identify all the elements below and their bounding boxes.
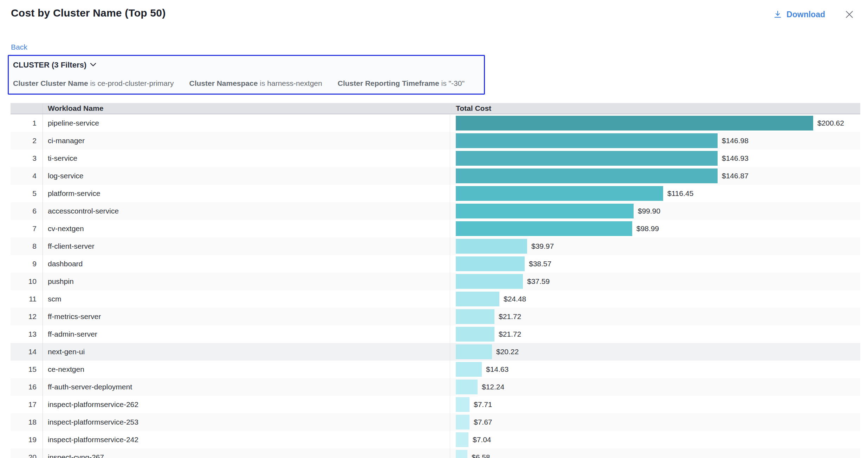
table-row[interactable]: 7cv-nextgen$98.99	[11, 220, 860, 237]
row-rank: 1	[11, 114, 43, 132]
cost-bar[interactable]	[456, 327, 494, 342]
row-rank: 16	[11, 378, 43, 396]
cost-bar[interactable]	[456, 256, 525, 271]
cost-bar[interactable]	[456, 380, 478, 394]
table-header: Workload Name Total Cost	[11, 103, 860, 114]
table-row[interactable]: 17inspect-platformservice-262$7.71	[11, 396, 860, 413]
modal-header: Cost by Cluster Name (Top 50) Download	[0, 0, 868, 20]
row-workload-name: inspect-platformservice-253	[43, 413, 450, 431]
row-cost-cell: $98.99	[450, 220, 860, 237]
table-row[interactable]: 13ff-admin-server$21.72	[11, 325, 860, 343]
filter-group-toggle[interactable]: CLUSTER (3 Filters)	[13, 61, 479, 70]
back-link[interactable]: Back	[11, 43, 27, 51]
row-workload-name: ff-metrics-server	[43, 308, 450, 325]
workload-name-column-header: Workload Name	[43, 103, 450, 114]
rank-column-header	[11, 103, 43, 114]
row-rank: 7	[11, 220, 43, 237]
filter-panel: CLUSTER (3 Filters) Cluster Cluster Name…	[8, 55, 485, 95]
table-row[interactable]: 2ci-manager$146.98	[11, 132, 860, 150]
row-cost-value: $21.72	[499, 312, 521, 321]
row-workload-name: inspect-cvng-267	[43, 449, 450, 458]
row-cost-value: $200.62	[817, 119, 844, 127]
row-cost-cell: $21.72	[450, 325, 860, 343]
cost-bar[interactable]	[456, 362, 482, 377]
row-workload-name: ti-service	[43, 150, 450, 167]
cost-bar[interactable]	[456, 133, 718, 148]
row-cost-value: $38.57	[529, 260, 551, 268]
close-icon[interactable]	[843, 8, 855, 20]
cost-bar[interactable]	[456, 292, 499, 306]
table-row[interactable]: 14next-gen-ui$20.22	[11, 343, 860, 361]
table-row[interactable]: 5platform-service$116.45	[11, 185, 860, 202]
cost-bar[interactable]	[456, 186, 663, 201]
row-cost-value: $98.99	[636, 224, 659, 233]
table-row[interactable]: 11scm$24.48	[11, 290, 860, 308]
cost-bar[interactable]	[456, 221, 632, 236]
row-rank: 6	[11, 202, 43, 220]
row-cost-value: $6.58	[472, 453, 490, 458]
table-row[interactable]: 19inspect-platformservice-242$7.04	[11, 431, 860, 449]
row-cost-cell: $7.67	[450, 413, 860, 431]
download-label: Download	[786, 10, 825, 19]
row-cost-cell: $38.57	[450, 255, 860, 273]
table-row[interactable]: 16ff-auth-server-deployment$12.24	[11, 378, 860, 396]
cost-bar[interactable]	[456, 344, 492, 359]
header-actions: Download	[773, 7, 855, 20]
table-body: 1pipeline-service$200.622ci-manager$146.…	[11, 114, 860, 458]
filter-clause: Cluster Reporting Timeframe is "-30"	[338, 79, 465, 88]
chevron-down-icon	[90, 62, 96, 68]
row-rank: 4	[11, 167, 43, 185]
row-cost-cell: $39.97	[450, 237, 860, 255]
row-rank: 11	[11, 290, 43, 308]
filter-clause: Cluster Cluster Name is ce-prod-cluster-…	[13, 79, 174, 88]
table-row[interactable]: 15ce-nextgen$14.63	[11, 361, 860, 378]
cost-bar[interactable]	[456, 397, 469, 412]
cost-bar[interactable]	[456, 204, 634, 218]
table-row[interactable]: 12ff-metrics-server$21.72	[11, 308, 860, 325]
row-workload-name: pushpin	[43, 273, 450, 290]
cost-bar[interactable]	[456, 274, 523, 289]
row-rank: 14	[11, 343, 43, 361]
page-title: Cost by Cluster Name (Top 50)	[11, 7, 166, 19]
row-cost-cell: $21.72	[450, 308, 860, 325]
row-workload-name: log-service	[43, 167, 450, 185]
cost-bar[interactable]	[456, 151, 718, 166]
row-cost-value: $7.67	[474, 418, 492, 426]
table-row[interactable]: 18inspect-platformservice-253$7.67	[11, 413, 860, 431]
table-row[interactable]: 3ti-service$146.93	[11, 150, 860, 167]
cost-bar[interactable]	[456, 116, 813, 131]
table-row[interactable]: 8ff-client-server$39.97	[11, 237, 860, 255]
cost-bar[interactable]	[456, 168, 718, 183]
cost-bar[interactable]	[456, 450, 467, 458]
row-cost-cell: $6.58	[450, 449, 860, 458]
table-row[interactable]: 20inspect-cvng-267$6.58	[11, 449, 860, 458]
table-row[interactable]: 6accesscontrol-service$99.90	[11, 202, 860, 220]
row-cost-value: $116.45	[667, 189, 693, 198]
row-rank: 9	[11, 255, 43, 273]
row-cost-value: $21.72	[499, 330, 521, 338]
filter-group-label: CLUSTER (3 Filters)	[13, 61, 86, 70]
download-icon	[773, 10, 782, 19]
row-cost-cell: $99.90	[450, 202, 860, 220]
row-cost-cell: $14.63	[450, 361, 860, 378]
row-rank: 13	[11, 325, 43, 343]
row-cost-value: $7.71	[474, 400, 492, 409]
cost-bar[interactable]	[456, 415, 469, 430]
row-workload-name: scm	[43, 290, 450, 308]
row-cost-cell: $146.87	[450, 167, 860, 185]
row-workload-name: dashboard	[43, 255, 450, 273]
row-workload-name: platform-service	[43, 185, 450, 202]
table-row[interactable]: 9dashboard$38.57	[11, 255, 860, 273]
cost-bar[interactable]	[456, 239, 527, 254]
cost-bar[interactable]	[456, 309, 494, 324]
row-workload-name: cv-nextgen	[43, 220, 450, 237]
row-workload-name: next-gen-ui	[43, 343, 450, 361]
cost-bar[interactable]	[456, 432, 468, 447]
row-workload-name: inspect-platformservice-262	[43, 396, 450, 413]
row-rank: 12	[11, 308, 43, 325]
row-cost-value: $99.90	[638, 207, 660, 215]
table-row[interactable]: 10pushpin$37.59	[11, 273, 860, 290]
download-button[interactable]: Download	[773, 10, 825, 19]
table-row[interactable]: 4log-service$146.87	[11, 167, 860, 185]
table-row[interactable]: 1pipeline-service$200.62	[11, 114, 860, 132]
